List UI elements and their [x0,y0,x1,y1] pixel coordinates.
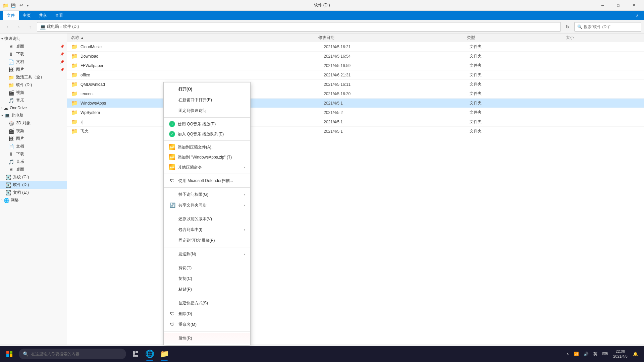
sidebar-quick-access-section[interactable]: ▾ 快速访问 [0,35,67,43]
sidebar-item-desktop2[interactable]: 🖥 桌面 [3,166,67,173]
file-item[interactable]: 📁 FFWallpaper 2021/4/5 16:59 文件夹 [67,61,644,70]
sidebar-item-downloads[interactable]: ⬇ 下载 📌 [3,50,67,58]
sidebar-item-documents2[interactable]: 📄 文档 [3,142,67,150]
sidebar-network-section[interactable]: › 🌐 网络 [0,196,67,204]
sidebar-item-activate-tools[interactable]: 📁 激活工具（全） [3,73,67,81]
language-indicator[interactable]: 英 [591,350,599,358]
start-button[interactable] [1,346,17,362]
expand-tray-icon[interactable]: ∧ [564,350,571,358]
ctx-qq-music-queue[interactable]: ♫ 加入 QQ音乐 播放队列(E) [164,129,250,139]
quick-save-btn[interactable]: 💾 [10,3,17,8]
file-item[interactable]: 📁 Download 2021/4/5 16:54 文件夹 [67,52,644,61]
ribbon-tab-share[interactable]: 共享 [35,11,51,20]
ctx-rename[interactable]: 🛡 重命名(M) [164,319,250,330]
ctx-delete[interactable]: 🛡 删除(D) [164,308,250,319]
ctx-grant-access[interactable]: 授予访问权限(G) › [164,189,250,200]
sidebar-item-music-quick[interactable]: 🎵 音乐 [3,97,67,104]
sidebar-drive-c[interactable]: 💽 系统 (C:) [0,173,67,181]
sidebar-item-videos[interactable]: 🎬 视频 [3,127,67,135]
file-item[interactable]: 📁 office 2021/4/6 21:31 文件夹 [67,70,644,80]
ctx-open-new-window[interactable]: 在新窗口中打开(E) [164,95,250,105]
maximize-button[interactable]: □ [610,0,626,11]
context-menu: 打开(O) 在新窗口中打开(E) 固定到快速访问 ♪ 使用 QQ音乐 播放(P)… [163,82,251,345]
taskbar-edge-app[interactable]: 🌐 [142,347,157,361]
ctx-include-library[interactable]: 包含到库中(I) › [164,224,250,235]
ctx-pin-to-start[interactable]: 固定到"开始"屏幕(P) [164,235,250,246]
ctx-cut[interactable]: 剪切(T) [164,262,250,273]
sidebar-thispc-section[interactable]: ▾ 💻 此电脑 [0,112,67,119]
taskbar-search-input[interactable] [31,352,122,356]
ctx-paste[interactable]: 粘贴(P) [164,284,250,295]
submenu-arrow-2-icon: › [244,193,245,196]
sidebar-drive-e[interactable]: 💽 文档 (E:) [0,189,67,196]
file-item[interactable]: 📁 WpSystem 2021/4/5 2 文件夹 [67,108,644,117]
sidebar-item-label: 文档 [16,143,24,149]
sidebar-drive-d[interactable]: 💽 软件 (D:) [0,181,67,189]
ctx-other-compress[interactable]: RAR 其他压缩命令 › [164,162,250,172]
ctx-create-shortcut[interactable]: 创建快捷方式(S) [164,298,250,308]
ctx-pin-quick-access[interactable]: 固定到快速访问 [164,105,250,116]
system-clock[interactable]: 22:08 2021/4/6 [610,348,630,361]
video-icon: 🎬 [8,90,14,96]
back-button[interactable]: ‹ [3,22,12,32]
folder-icon: 📁 [71,100,78,106]
sidebar-item-music2[interactable]: 🎵 音乐 [3,158,67,166]
file-date: 2021/4/5 16:54 [324,54,470,59]
notification-icon[interactable]: 🔔 [631,350,640,358]
ctx-label: 使用 Microsoft Defender扫描... [178,178,233,184]
task-view-button[interactable] [129,347,142,361]
ribbon-tab-file[interactable]: 文件 [3,11,19,20]
file-item[interactable]: 📁 tencent 2021/4/5 16:20 文件夹 [67,89,644,99]
sidebar-item-pictures2[interactable]: 🖼 图片 [3,135,67,142]
sidebar-item-downloads2[interactable]: ⬇ 下载 [3,150,67,158]
ctx-add-to-archive[interactable]: RAR 添加到压缩文件(A)... [164,142,250,152]
sidebar-item-software-d[interactable]: 📁 软件 (D:) [3,81,67,89]
up-button[interactable]: ↑ [25,22,35,32]
ribbon-collapse-button[interactable]: ∧ [633,12,641,19]
address-path[interactable]: 💻 此电脑 › 软件 (D:) [37,22,561,32]
volume-tray-icon[interactable]: 🔊 [582,350,591,358]
file-item[interactable]: 📁 QMDownload 2021/4/5 16:11 文件夹 [67,80,644,89]
ctx-add-to-zip[interactable]: RAR 添加到 "WindowsApps.zip" (T) [164,152,250,162]
sidebar-onedrive-section[interactable]: › ☁ OneDrive [0,104,67,112]
file-item[interactable]: 📁 WindowsApps 2021/4/5 1 文件夹 [67,99,644,108]
ctx-properties[interactable]: 属性(R) [164,333,250,344]
svg-rect-4 [133,351,135,355]
ctx-restore-version[interactable]: 还原以前的版本(V) [164,214,250,224]
taskbar-files-app[interactable]: 📁 [157,347,172,361]
sidebar-item-documents[interactable]: 📄 文档 📌 [3,58,67,66]
sidebar-item-desktop[interactable]: 🖥 桌面 📌 [3,43,67,50]
file-date: 2021/4/5 16:21 [324,45,470,49]
file-item[interactable]: 📁 zj 2021/4/5 1 文件夹 [67,117,644,127]
file-item[interactable]: 📁 CloudMusic 2021/4/5 16:21 文件夹 [67,42,644,52]
forward-button[interactable]: › [14,22,23,32]
windows-logo-icon [6,351,12,357]
search-input[interactable] [584,24,638,29]
keyboard-icon[interactable]: ⌨ [600,350,610,358]
file-item[interactable]: 📁 飞火 2021/4/5 1 文件夹 [67,127,644,136]
sidebar-item-pictures[interactable]: 🖼 图片 📌 [3,66,67,73]
refresh-button[interactable]: ↻ [563,22,572,32]
quick-undo-btn[interactable]: ↩ [18,2,24,8]
ctx-open[interactable]: 打开(O) [164,84,250,95]
quick-dropdown-btn[interactable]: ▾ [25,3,30,8]
minimize-button[interactable]: ─ [595,0,610,11]
ctx-qq-music-play[interactable]: ♪ 使用 QQ音乐 播放(P) [164,119,250,129]
library-icon [169,226,176,233]
sidebar-label: 快速访问 [4,36,20,42]
folder-icon: 📁 [71,81,78,87]
close-button[interactable]: ✕ [626,0,641,11]
ribbon-tab-view[interactable]: 查看 [51,11,67,20]
ctx-defender-scan[interactable]: 🛡 使用 Microsoft Defender扫描... [164,175,250,186]
shortcut-icon [169,300,176,306]
sidebar-item-videos-quick[interactable]: 🎬 视频 [3,89,67,97]
ctx-send-to[interactable]: 发送到(N) › [164,249,250,259]
network-tray-icon[interactable]: 📶 [572,350,581,358]
winrar-other-icon: RAR [169,164,175,170]
folder-icon: 📁 [71,128,78,134]
ctx-copy[interactable]: 复制(C) [164,273,250,284]
ribbon-tab-home[interactable]: 主页 [19,11,35,20]
ctx-folder-sync[interactable]: 🔄 共享文件夹同步 › [164,200,250,210]
sidebar-item-3dobjects[interactable]: 🎲 3D 对象 [3,119,67,127]
pictures-icon: 🖼 [8,67,14,72]
